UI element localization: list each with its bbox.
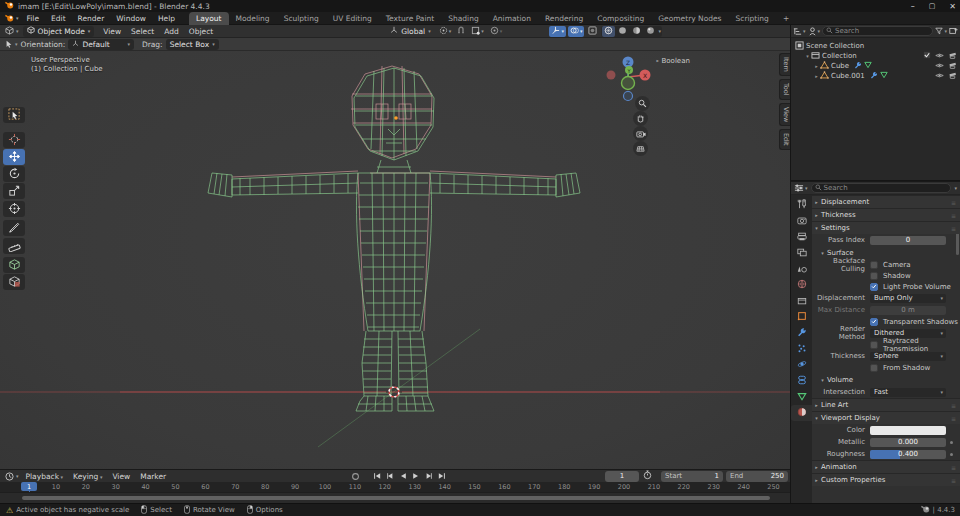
navigation-gizmo[interactable]: Z Y X xyxy=(607,57,651,101)
tool-measure-button[interactable] xyxy=(3,238,25,254)
checkbox-raytraced-transmission[interactable] xyxy=(870,341,878,349)
redo-panel-boolean[interactable]: ▾ Boolean ≡ xyxy=(656,55,784,66)
drag-dropdown[interactable]: Select Box ▾ xyxy=(166,39,219,50)
current-frame-field[interactable]: 1 xyxy=(605,471,639,482)
properties-tab-collection[interactable] xyxy=(791,293,812,309)
properties-tab-world[interactable] xyxy=(791,277,812,293)
viewport-menu-view[interactable]: View xyxy=(98,27,126,36)
workspace-tab-uv-editing[interactable]: UV Editing xyxy=(326,12,379,25)
timeline-menu-keying[interactable]: Keying ▾ xyxy=(68,472,107,481)
add-workspace-button[interactable]: + xyxy=(776,12,796,25)
workspace-tab-animation[interactable]: Animation xyxy=(486,12,538,25)
region-divider-vertical[interactable] xyxy=(790,25,791,503)
sidebar-tab-view[interactable]: View xyxy=(779,103,790,126)
proportional-edit-toggle[interactable]: ▾ xyxy=(488,26,505,37)
tool-scale-button[interactable] xyxy=(3,183,25,199)
checkbox-camera[interactable] xyxy=(870,261,878,269)
dropdown-intersection[interactable]: Fast▾ xyxy=(870,388,946,397)
outliner-row-cube-001[interactable]: ▸Cube.001 xyxy=(791,71,960,81)
sidebar-tab-tool[interactable]: Tool xyxy=(779,79,790,100)
timeline-editor-icon[interactable]: ▾ xyxy=(5,472,19,481)
workspace-tab-layout[interactable]: Layout xyxy=(189,12,229,25)
outliner-display-mode[interactable]: ▾ xyxy=(793,27,806,36)
checkbox-transparent-shadows[interactable] xyxy=(870,318,878,326)
field-max-distance[interactable]: 0 m xyxy=(870,306,946,315)
panel-header-settings[interactable]: ▾Settings≡ xyxy=(812,221,960,234)
menu-render[interactable]: Render xyxy=(72,12,111,25)
timeline-menu-marker[interactable]: Marker xyxy=(135,472,171,481)
workspace-tab-scripting[interactable]: Scripting xyxy=(729,12,776,25)
minimize-button[interactable]: – xyxy=(911,2,915,11)
properties-tab-modifiers[interactable] xyxy=(791,325,812,341)
mode-selector[interactable]: Object Mode ▾ xyxy=(23,26,95,37)
orientation-dropdown[interactable]: Default ▾ xyxy=(68,39,134,50)
properties-editor-icon[interactable]: ▾ xyxy=(794,183,808,193)
tool-rotate-button[interactable] xyxy=(3,166,25,182)
panel-header-line-art[interactable]: ▸Line Art≡ xyxy=(812,398,960,411)
timeline-scrollbar[interactable] xyxy=(22,496,770,500)
shading-wireframe-button[interactable] xyxy=(602,26,615,37)
viewport-menu-add[interactable]: Add xyxy=(159,27,184,36)
eye-toggle-icon[interactable] xyxy=(935,62,944,71)
play-button[interactable] xyxy=(410,471,421,482)
outliner-row-collection[interactable]: ▾Collection xyxy=(791,51,960,61)
properties-tab-particles[interactable] xyxy=(791,341,812,357)
properties-tab-render[interactable] xyxy=(791,213,812,229)
blender-menu-button[interactable]: ▾ xyxy=(5,14,19,22)
panel-header-thickness[interactable]: ▸Thickness≡ xyxy=(812,208,960,221)
outliner-row-scene-collection[interactable]: Scene Collection xyxy=(791,41,960,51)
subpanel-header-volume[interactable]: ▾Volume xyxy=(812,373,960,386)
outliner-filter-button[interactable]: ▾ xyxy=(935,27,947,35)
properties-search-input[interactable]: Search xyxy=(811,183,952,193)
tool-transform-button[interactable] xyxy=(3,201,25,217)
pan-hand-button[interactable] xyxy=(633,111,648,126)
properties-tab-output[interactable] xyxy=(791,229,812,245)
play-reverse-button[interactable] xyxy=(397,471,408,482)
properties-tab-view-layer[interactable] xyxy=(791,245,812,261)
gizmo-axis-neg-z[interactable] xyxy=(624,92,633,101)
color-swatch-color[interactable] xyxy=(870,426,946,435)
gizmo-axis-neg-y[interactable] xyxy=(622,77,635,90)
new-collection-button[interactable] xyxy=(949,26,958,37)
frame-start-field[interactable]: Start 1 xyxy=(661,471,723,482)
camera-toggle-icon[interactable] xyxy=(948,71,957,81)
region-divider-horizontal[interactable] xyxy=(791,180,960,181)
panel-header-viewport-display[interactable]: ▾Viewport Display≡ xyxy=(812,411,960,424)
transform-orientation-selector[interactable]: Global ▾ xyxy=(386,26,434,37)
dropdown-displacement[interactable]: Bump Only▾ xyxy=(870,294,946,303)
menu-edit[interactable]: Edit xyxy=(45,12,72,25)
zoom-button[interactable] xyxy=(635,96,650,111)
camera-toggle-icon[interactable] xyxy=(948,61,957,71)
checkbox-shadow[interactable] xyxy=(870,272,878,280)
close-button[interactable]: ✕ xyxy=(949,2,956,11)
properties-tab-tool[interactable] xyxy=(791,197,812,213)
disclosure-closed-icon[interactable]: ▸ xyxy=(813,73,820,79)
properties-tab-object-data[interactable] xyxy=(791,389,812,405)
viewport-menu-object[interactable]: Object xyxy=(184,27,218,36)
animate-property-dot[interactable] xyxy=(950,441,953,444)
menu-window[interactable]: Window xyxy=(110,12,152,25)
workspace-tab-compositing[interactable]: Compositing xyxy=(590,12,651,25)
eye-toggle-icon[interactable] xyxy=(935,72,944,81)
auto-keying-button[interactable] xyxy=(350,471,361,482)
snap-toggle[interactable] xyxy=(455,26,467,37)
menu-file[interactable]: File xyxy=(21,12,46,25)
disclosure-open-icon[interactable]: ▾ xyxy=(804,53,811,59)
tool-select-box-button[interactable] xyxy=(3,107,25,123)
properties-tab-material[interactable] xyxy=(791,405,812,421)
show-overlays-toggle[interactable]: ▾ xyxy=(568,26,585,37)
timeline-ruler[interactable]: 1020304050607080901001101201301401501601… xyxy=(0,482,790,492)
outliner-filter-mode[interactable]: ▾ xyxy=(808,27,821,36)
shading-solid-button[interactable] xyxy=(616,26,629,37)
viewport-menu-select[interactable]: Select xyxy=(126,27,159,36)
outliner-item-label[interactable]: Cube.001 xyxy=(831,72,865,80)
pivot-point-selector[interactable]: ▾ xyxy=(437,26,454,37)
sidebar-tab-item[interactable]: Item xyxy=(779,53,790,76)
tool-move-button[interactable] xyxy=(3,149,25,165)
timeline-menu-playback[interactable]: Playback ▾ xyxy=(21,472,69,481)
properties-tab-constraints[interactable] xyxy=(791,373,812,389)
next-keyframe-button[interactable] xyxy=(423,471,434,482)
sidebar-tab-edit[interactable]: Edit xyxy=(779,129,790,150)
shading-material-button[interactable] xyxy=(630,26,643,37)
workspace-tab-sculpting[interactable]: Sculpting xyxy=(277,12,326,25)
